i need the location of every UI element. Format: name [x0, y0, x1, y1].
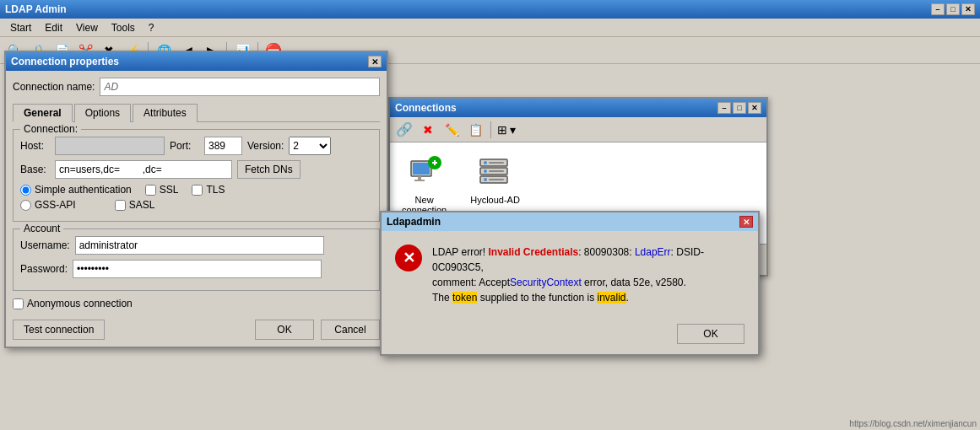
- connections-title-bar: Connections – □ ✕: [390, 99, 766, 117]
- svg-point-8: [484, 161, 487, 164]
- svg-rect-9: [489, 162, 504, 164]
- gss-api-radio[interactable]: GSS-API: [20, 199, 76, 211]
- hycloud-ad-image: [477, 154, 514, 191]
- error-text: LDAP error! Invalid Credentials: 8009030…: [432, 245, 744, 305]
- error-icon: ✕: [395, 245, 422, 271]
- version-label: Version:: [247, 140, 284, 152]
- tabs: General Options Attributes: [13, 103, 380, 122]
- error-token-prefix: The: [432, 292, 452, 304]
- new-connection-image: [406, 154, 443, 191]
- username-input[interactable]: [75, 236, 324, 255]
- menu-tools[interactable]: Tools: [105, 20, 142, 35]
- conn-name-input[interactable]: [100, 78, 380, 96]
- new-connection-svg: [406, 154, 443, 191]
- conn-toolbar-btn-edit[interactable]: ✏️: [441, 120, 463, 140]
- conn-toolbar-btn-1[interactable]: 🔗: [393, 120, 415, 140]
- conn-props-title-bar: Connection properties ✕: [6, 52, 387, 71]
- error-ok-button[interactable]: OK: [677, 324, 744, 344]
- main-window: LDAP Admin – □ ✕ Start Edit View Tools ?…: [0, 0, 980, 430]
- conn-toolbar-btn-view[interactable]: ⊞ ▾: [495, 120, 517, 140]
- conn-props-dialog: Connection properties ✕ Connection name:…: [4, 51, 388, 348]
- sasl-checkbox[interactable]: SASL: [115, 199, 155, 211]
- version-select[interactable]: 2 3: [289, 137, 331, 155]
- anonymous-checkbox[interactable]: [13, 298, 24, 309]
- error-ldaperr: LdapErr: [635, 246, 671, 258]
- password-input[interactable]: [73, 260, 322, 278]
- account-group-label: Account: [20, 223, 63, 234]
- app-title: LDAP Admin: [5, 3, 67, 15]
- test-connection-button[interactable]: Test connection: [13, 320, 105, 340]
- hycloud-ad-icon[interactable]: Hycloud-AD: [467, 151, 523, 208]
- error-security-context: SecurityContext: [510, 277, 582, 288]
- anonymous-row[interactable]: Anonymous connection: [13, 298, 380, 309]
- auth-radio-group: Simple authentication SSL TLS: [20, 184, 372, 196]
- conn-toolbar-sep: [490, 121, 491, 138]
- menu-edit[interactable]: Edit: [38, 20, 69, 35]
- tls-checkbox[interactable]: TLS: [192, 184, 225, 196]
- base-row: Base: Fetch DNs: [20, 160, 372, 179]
- connections-minimize-button[interactable]: –: [717, 102, 731, 114]
- menu-start[interactable]: Start: [3, 20, 38, 35]
- sasl-label: SASL: [129, 199, 155, 211]
- close-button[interactable]: ✕: [961, 3, 975, 15]
- connections-title-buttons: – □ ✕: [717, 102, 761, 114]
- simple-auth-label: Simple authentication: [35, 184, 132, 196]
- conn-props-body: Connection name: General Options Attribu…: [6, 71, 387, 316]
- main-title-bar: LDAP Admin – □ ✕: [0, 0, 980, 19]
- connections-close-button[interactable]: ✕: [748, 102, 761, 114]
- base-label: Base:: [20, 164, 50, 175]
- tab-options[interactable]: Options: [74, 104, 131, 122]
- gss-radio-group: GSS-API SASL: [20, 199, 372, 211]
- connection-group-box: Connection: Host: Port: Version: 2 3 Bas…: [13, 129, 380, 222]
- svg-rect-1: [413, 163, 430, 175]
- ssl-label: SSL: [160, 184, 179, 196]
- port-input[interactable]: [204, 137, 242, 155]
- ssl-checkbox[interactable]: SSL: [145, 184, 179, 196]
- error-body: ✕ LDAP error! Invalid Credentials: 80090…: [382, 231, 758, 319]
- error-comment: comment: Accept: [432, 277, 510, 288]
- footer-right-buttons: OK Cancel: [255, 320, 380, 340]
- new-connection-icon[interactable]: Newconnection: [398, 151, 450, 218]
- svg-rect-12: [489, 170, 504, 172]
- base-input[interactable]: [55, 160, 232, 179]
- gss-api-label: GSS-API: [35, 199, 76, 211]
- error-title-bar: Ldapadmin ✕: [382, 212, 758, 231]
- tls-label: TLS: [206, 184, 225, 196]
- minimize-button[interactable]: –: [931, 3, 945, 15]
- hycloud-ad-svg: [477, 154, 514, 191]
- connections-maximize-button[interactable]: □: [733, 102, 746, 114]
- username-row: Username:: [20, 236, 372, 255]
- conn-toolbar-btn-copy[interactable]: 📋: [464, 120, 486, 140]
- anonymous-label: Anonymous connection: [27, 298, 133, 309]
- svg-point-11: [484, 169, 487, 173]
- svg-rect-15: [489, 179, 504, 180]
- error-invalid-word: invalid: [597, 292, 625, 304]
- error-error-word: error: [582, 277, 605, 288]
- error-close-button[interactable]: ✕: [739, 216, 753, 228]
- error-footer: OK: [382, 319, 758, 354]
- password-row: Password:: [20, 260, 372, 278]
- watermark: https://blog.csdn.net/ximenjiancun: [846, 417, 980, 430]
- menu-help[interactable]: ?: [142, 20, 161, 35]
- tab-attributes[interactable]: Attributes: [133, 104, 198, 122]
- conn-props-close-button[interactable]: ✕: [368, 56, 382, 67]
- fetch-dns-button[interactable]: Fetch DNs: [237, 160, 300, 179]
- maximize-button[interactable]: □: [946, 3, 960, 15]
- error-msg-prefix: LDAP error!: [432, 246, 488, 258]
- connection-group-label: Connection:: [20, 123, 81, 135]
- conn-props-cancel-button[interactable]: Cancel: [321, 320, 380, 340]
- tab-general[interactable]: General: [13, 104, 73, 122]
- host-label: Host:: [20, 140, 50, 152]
- host-input[interactable]: [55, 137, 165, 155]
- conn-props-ok-button[interactable]: OK: [255, 320, 314, 340]
- menu-bar: Start Edit View Tools ?: [0, 19, 980, 37]
- host-port-row: Host: Port: Version: 2 3: [20, 137, 372, 155]
- error-data: , data 52e, v2580.: [605, 277, 686, 288]
- simple-auth-radio[interactable]: Simple authentication: [20, 184, 132, 196]
- error-title: Ldapadmin: [387, 216, 441, 228]
- menu-view[interactable]: View: [69, 20, 105, 35]
- error-token-suffix: supplied to the function is: [477, 292, 597, 304]
- conn-toolbar-btn-delete[interactable]: ✖: [417, 120, 439, 140]
- svg-rect-2: [418, 176, 421, 180]
- conn-props-footer: Test connection OK Cancel: [6, 316, 387, 347]
